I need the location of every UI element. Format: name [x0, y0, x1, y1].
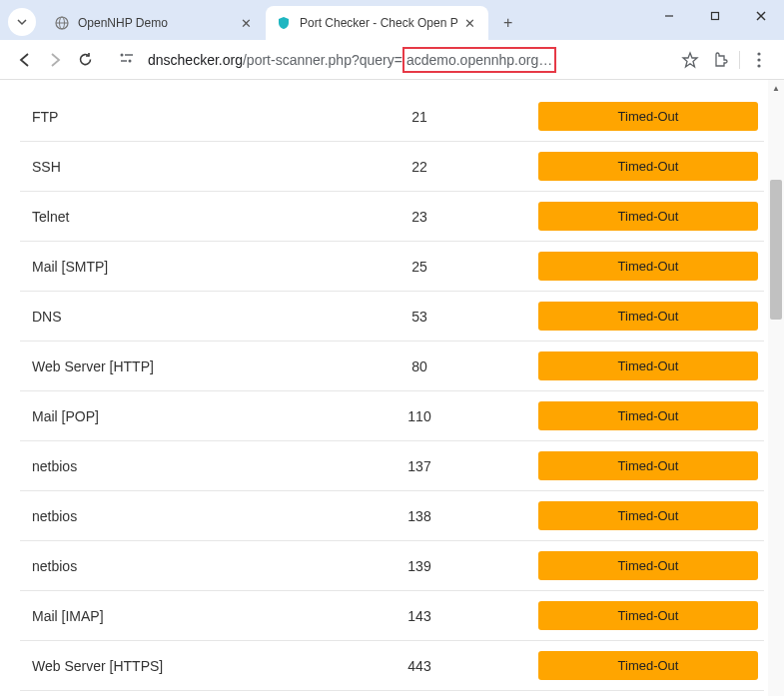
- port-number: 25: [380, 259, 459, 275]
- tab-title: OpenNHP Demo: [78, 16, 234, 30]
- status-cell: Timed-Out: [459, 551, 764, 580]
- status-cell: Timed-Out: [459, 102, 764, 131]
- svg-point-11: [757, 52, 760, 55]
- table-row: Mail [POP]110Timed-Out: [20, 391, 764, 441]
- shield-icon: [276, 15, 292, 31]
- browser-tab[interactable]: OpenNHP Demo ✕: [44, 6, 264, 40]
- bookmark-button[interactable]: [675, 45, 705, 75]
- service-name: Web Server [HTTPS]: [20, 658, 380, 674]
- service-name: netbios: [20, 558, 380, 574]
- page-content: FTP21Timed-OutSSH22Timed-OutTelnet23Time…: [0, 80, 784, 696]
- status-badge: Timed-Out: [538, 202, 758, 231]
- status-badge: Timed-Out: [538, 102, 758, 131]
- table-row: netbios138Timed-Out: [20, 491, 764, 541]
- status-badge: Timed-Out: [538, 501, 758, 530]
- arrow-right-icon: [46, 51, 64, 69]
- tab-close-button[interactable]: ✕: [462, 15, 478, 31]
- service-name: Mail [POP]: [20, 408, 380, 424]
- svg-point-7: [121, 54, 124, 57]
- service-name: Web Server [HTTP]: [20, 358, 380, 374]
- window-titlebar: OpenNHP Demo ✕ Port Checker - Check Open…: [0, 0, 784, 40]
- address-bar[interactable]: dnschecker.org/port-scanner.php?query=ac…: [108, 44, 667, 76]
- port-number: 80: [380, 358, 459, 374]
- status-cell: Timed-Out: [459, 152, 764, 181]
- svg-point-9: [129, 60, 132, 63]
- port-number: 139: [380, 558, 459, 574]
- status-cell: Timed-Out: [459, 451, 764, 480]
- scroll-up-arrow[interactable]: ▲: [768, 80, 784, 96]
- svg-point-12: [757, 58, 760, 61]
- service-name: FTP: [20, 109, 380, 125]
- port-number: 21: [380, 109, 459, 125]
- status-cell: Timed-Out: [459, 401, 764, 430]
- status-badge: Timed-Out: [538, 551, 758, 580]
- dots-vertical-icon: [757, 52, 761, 68]
- table-row: Mail [IMAP]143Timed-Out: [20, 591, 764, 641]
- browser-tab-active[interactable]: Port Checker - Check Open P ✕: [266, 6, 488, 40]
- browser-toolbar: dnschecker.org/port-scanner.php?query=ac…: [0, 40, 784, 80]
- maximize-icon: [709, 10, 721, 22]
- table-row: Web Server [HTTPS]443Timed-Out: [20, 641, 764, 691]
- service-name: Telnet: [20, 209, 380, 225]
- forward-button[interactable]: [40, 45, 70, 75]
- service-name: netbios: [20, 508, 380, 524]
- maximize-button[interactable]: [692, 0, 738, 32]
- service-name: Mail [SMTP]: [20, 259, 380, 275]
- minimize-button[interactable]: [646, 0, 692, 32]
- port-list: FTP21Timed-OutSSH22Timed-OutTelnet23Time…: [0, 80, 784, 696]
- svg-rect-4: [712, 13, 719, 20]
- site-settings-icon[interactable]: [118, 51, 140, 68]
- port-number: 137: [380, 458, 459, 474]
- new-tab-button[interactable]: +: [494, 9, 522, 37]
- tab-search-button[interactable]: [8, 8, 36, 36]
- scroll-thumb[interactable]: [770, 180, 782, 320]
- reload-icon: [77, 51, 94, 68]
- reload-button[interactable]: [70, 45, 100, 75]
- table-row: netbios137Timed-Out: [20, 441, 764, 491]
- port-number: 23: [380, 209, 459, 225]
- table-row: Mail [SMTP]25Timed-Out: [20, 242, 764, 292]
- port-number: 443: [380, 658, 459, 674]
- port-number: 53: [380, 309, 459, 325]
- close-window-button[interactable]: [738, 0, 784, 32]
- table-row: netbios139Timed-Out: [20, 541, 764, 591]
- port-number: 110: [380, 408, 459, 424]
- window-controls: [646, 0, 784, 32]
- url-text: dnschecker.org/port-scanner.php?query=ac…: [148, 47, 556, 73]
- minimize-icon: [663, 10, 675, 22]
- menu-button[interactable]: [744, 45, 774, 75]
- status-badge: Timed-Out: [538, 601, 758, 630]
- port-number: 143: [380, 608, 459, 624]
- status-badge: Timed-Out: [538, 451, 758, 480]
- status-badge: Timed-Out: [538, 351, 758, 380]
- scrollbar[interactable]: ▲: [768, 80, 784, 696]
- tab-close-button[interactable]: ✕: [238, 15, 254, 31]
- service-name: DNS: [20, 309, 380, 325]
- status-badge: Timed-Out: [538, 651, 758, 680]
- url-query-highlight: acdemo.opennhp.org…: [402, 47, 556, 73]
- close-icon: [755, 10, 767, 22]
- globe-icon: [54, 15, 70, 31]
- table-row: FTP21Timed-Out: [20, 92, 764, 142]
- url-path: /port-scanner.php?query=: [243, 52, 402, 68]
- service-name: netbios: [20, 458, 380, 474]
- arrow-left-icon: [16, 51, 34, 69]
- table-row: Telnet23Timed-Out: [20, 192, 764, 242]
- svg-point-13: [757, 64, 760, 67]
- puzzle-icon: [712, 51, 729, 68]
- status-badge: Timed-Out: [538, 302, 758, 331]
- status-cell: Timed-Out: [459, 501, 764, 530]
- status-cell: Timed-Out: [459, 302, 764, 331]
- status-cell: Timed-Out: [459, 651, 764, 680]
- toolbar-separator: [739, 51, 740, 69]
- status-badge: Timed-Out: [538, 252, 758, 281]
- back-button[interactable]: [10, 45, 40, 75]
- status-cell: Timed-Out: [459, 351, 764, 380]
- tab-title: Port Checker - Check Open P: [300, 16, 458, 30]
- service-name: Mail [IMAP]: [20, 608, 380, 624]
- table-row: DNS53Timed-Out: [20, 292, 764, 342]
- extensions-button[interactable]: [705, 45, 735, 75]
- service-name: SSH: [20, 159, 380, 175]
- status-badge: Timed-Out: [538, 401, 758, 430]
- table-row: SSH22Timed-Out: [20, 142, 764, 192]
